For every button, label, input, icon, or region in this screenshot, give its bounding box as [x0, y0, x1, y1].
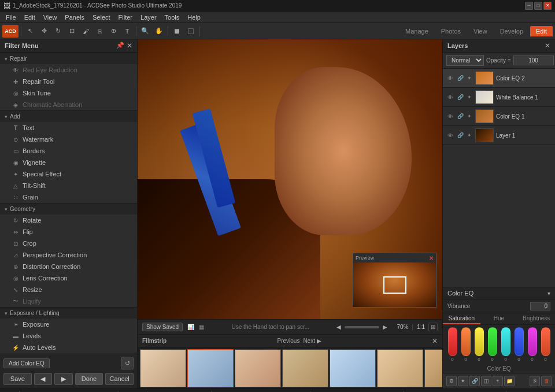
menu-item-tools[interactable]: Tools [161, 13, 183, 22]
filter-item-rotate[interactable]: ↻ Rotate [0, 215, 137, 226]
filter-panel-pin[interactable]: 📌 [116, 42, 124, 50]
filter-item-text[interactable]: T Text [0, 122, 137, 134]
save-button[interactable]: Save [3, 373, 32, 385]
tab-view[interactable]: View [468, 26, 493, 36]
layer-fx-color-eq1[interactable]: ✦ [466, 113, 473, 120]
prev-button[interactable]: ◀ [34, 373, 52, 385]
zoom-slider[interactable] [345, 326, 379, 328]
tab-saturation[interactable]: Saturation [443, 313, 480, 324]
filter-item-vignette[interactable]: ◉ Vignette [0, 157, 137, 168]
filter-item-repair-tool[interactable]: ✚ Repair Tool [0, 76, 137, 87]
layer-tool-folder[interactable]: 📁 [504, 376, 515, 386]
layer-eye-white-balance[interactable]: 👁 [446, 93, 454, 101]
layer-item-color-eq1[interactable]: 👁 🔗 ✦ Color EQ 1 [443, 107, 555, 126]
filmstrip-thumb-1[interactable] [140, 349, 186, 387]
layer-chain-color-eq1[interactable]: 🔗 [457, 113, 464, 120]
refresh-button[interactable]: ↺ [121, 357, 134, 369]
next-button[interactable]: ▶ [54, 373, 72, 385]
swatch-cyan[interactable] [501, 327, 510, 356]
layer-tool-delete[interactable]: 🗑 [541, 376, 552, 386]
layer-eye-color-eq1[interactable]: 👁 [446, 112, 454, 120]
filmstrip-thumb-2[interactable] [187, 349, 234, 387]
section-add[interactable]: Add [0, 110, 137, 122]
menu-item-view[interactable]: View [40, 13, 61, 22]
layer-chain-white-balance[interactable]: 🔗 [457, 94, 464, 101]
restore-button[interactable]: □ [534, 2, 542, 10]
filter-item-distortion[interactable]: ⊜ Distortion Correction [0, 261, 137, 272]
layer-item-layer1[interactable]: 👁 🔗 ✦ Layer 1 [443, 126, 555, 145]
filter-item-tilt-shift[interactable]: △ Tilt-Shift [0, 180, 137, 191]
histogram-icon[interactable]: 📊 [187, 324, 194, 330]
tab-develop[interactable]: Develop [494, 26, 529, 36]
menu-item-file[interactable]: File [2, 13, 20, 22]
add-color-eq-button[interactable]: Add Color EQ [3, 358, 50, 368]
layer-fx-white-balance[interactable]: ✦ [466, 94, 473, 101]
layer-chain-layer1[interactable]: 🔗 [457, 132, 464, 139]
section-geometry[interactable]: Geometry [0, 203, 137, 215]
filter-item-chromatic[interactable]: ◈ Chromatic Aberration [0, 99, 137, 110]
menu-item-help[interactable]: Help [184, 13, 204, 22]
tool-btn-brush[interactable]: 🖌 [79, 25, 92, 38]
close-button[interactable]: ✕ [543, 2, 552, 10]
layers-panel-close[interactable]: ✕ [545, 42, 550, 50]
filter-item-perspective[interactable]: ⊿ Perspective Correction [0, 249, 137, 261]
filter-item-auto-levels[interactable]: ⚡ Auto Levels [0, 342, 137, 353]
filmstrip-thumb-7[interactable] [424, 349, 442, 387]
menu-item-panels[interactable]: Panels [61, 13, 88, 22]
filter-item-red-eye[interactable]: 👁 Red Eye Reduction [0, 64, 137, 76]
menu-item-layer[interactable]: Layer [137, 13, 160, 22]
filter-item-levels[interactable]: ▬ Levels [0, 330, 137, 342]
filmstrip-close-button[interactable]: ✕ [432, 337, 438, 345]
filter-item-lens[interactable]: ◎ Lens Correction [0, 272, 137, 284]
filter-item-special-effect[interactable]: ✦ Special Effect [0, 168, 137, 180]
opacity-input[interactable] [513, 56, 554, 65]
filter-item-exposure[interactable]: ☀ Exposure [0, 319, 137, 330]
pan-right-button[interactable]: ▶ [383, 324, 387, 330]
show-saved-button[interactable]: Show Saved [142, 323, 183, 331]
blend-mode-select[interactable]: Normal Multiply Screen Overlay [446, 55, 484, 66]
layer-tool-mask[interactable]: ◫ [481, 376, 491, 386]
swatch-blue[interactable] [515, 327, 524, 356]
tab-brightness[interactable]: Brightness [517, 313, 555, 324]
layer-tool-settings[interactable]: ⚙ [446, 376, 457, 386]
swatch-purple[interactable] [528, 327, 537, 356]
swatch-red[interactable] [448, 327, 457, 356]
cancel-button[interactable]: Cancel [105, 373, 134, 385]
tool-btn-move[interactable]: ✥ [38, 25, 50, 38]
layer-tool-link[interactable]: 🔗 [469, 376, 480, 386]
done-button[interactable]: Done [75, 373, 103, 385]
pan-left-button[interactable]: ◀ [336, 324, 341, 330]
tool-btn-heal[interactable]: ⊕ [107, 25, 120, 38]
filter-item-crop[interactable]: ⊡ Crop [0, 238, 137, 249]
vibrance-input[interactable] [530, 302, 550, 310]
tab-photos[interactable]: Photos [435, 26, 467, 36]
layer-tool-fx[interactable]: ✦ [458, 376, 468, 386]
tool-color-fg[interactable]: ■ [171, 25, 183, 38]
layer-eye-layer1[interactable]: 👁 [446, 131, 454, 139]
minimize-button[interactable]: ─ [525, 2, 533, 10]
swatch-green[interactable] [488, 327, 497, 356]
filter-item-resize[interactable]: ⤡ Resize [0, 284, 137, 295]
filmstrip-thumb-5[interactable] [330, 349, 376, 387]
tool-btn-rotate[interactable]: ↻ [51, 25, 64, 38]
tab-edit[interactable]: Edit [530, 26, 553, 36]
filmstrip-thumb-4[interactable] [282, 349, 328, 387]
layer-tool-copy[interactable]: ⎘ [530, 376, 540, 386]
menu-item-filter[interactable]: Filter [115, 13, 136, 22]
layer-fx-layer1[interactable]: ✦ [466, 132, 473, 139]
layer-tool-new[interactable]: + [493, 376, 503, 386]
menu-item-edit[interactable]: Edit [21, 13, 39, 22]
menu-item-select[interactable]: Select [89, 13, 114, 22]
thumbnail-close-button[interactable]: ✕ [429, 255, 434, 261]
tab-hue[interactable]: Hue [480, 313, 518, 324]
thumbnail-body[interactable] [353, 262, 436, 307]
filter-item-liquify[interactable]: 〜 Liquify [0, 295, 137, 307]
bar-graph-icon[interactable]: ▦ [199, 324, 204, 330]
filmstrip-thumb-6[interactable] [377, 349, 423, 387]
filter-item-skin-tune[interactable]: ◎ Skin Tune [0, 87, 137, 99]
filter-item-flip[interactable]: ⇔ Flip [0, 226, 137, 238]
section-repair[interactable]: Repair [0, 53, 137, 64]
section-exposure[interactable]: Exposure / Lighting [0, 307, 137, 319]
filmstrip-thumb-3[interactable] [235, 349, 281, 387]
swatch-yellow[interactable] [475, 327, 484, 356]
